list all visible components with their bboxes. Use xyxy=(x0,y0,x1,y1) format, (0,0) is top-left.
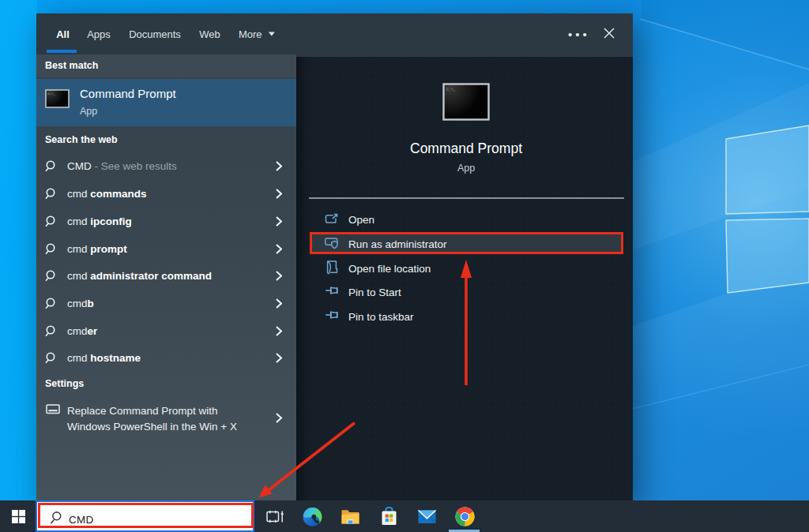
svg-text:C:\_: C:\_ xyxy=(48,92,56,96)
svg-text:C:\_: C:\_ xyxy=(446,88,457,92)
